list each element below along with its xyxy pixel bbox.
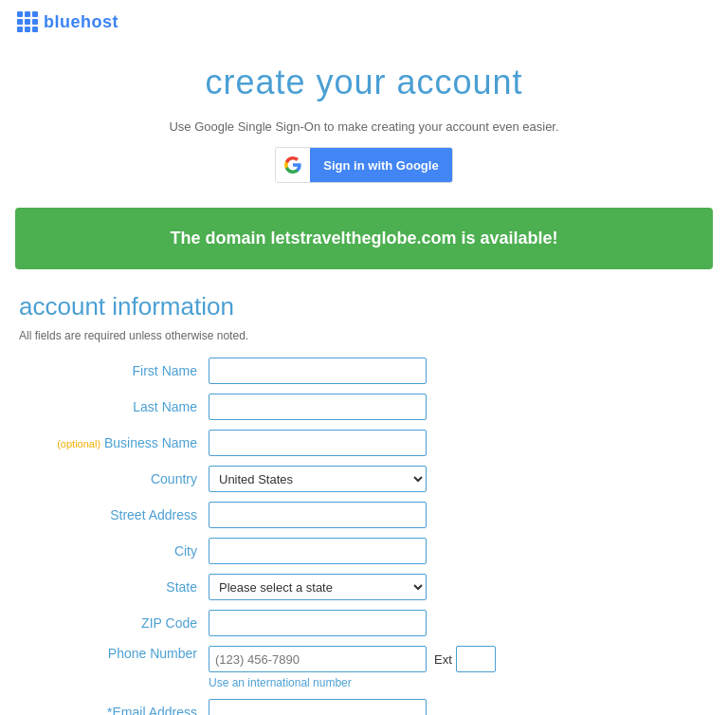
account-info-title: account information: [19, 292, 709, 321]
last-name-input[interactable]: [209, 394, 427, 420]
ext-label: Ext: [434, 652, 452, 667]
last-name-label: Last Name: [19, 399, 209, 414]
ext-input[interactable]: [456, 646, 496, 672]
optional-tag: (optional): [57, 438, 100, 449]
page-title: create your account: [0, 63, 728, 102]
zip-code-label: ZIP Code: [19, 615, 209, 631]
last-name-row: Last Name: [19, 394, 709, 420]
first-name-label: First Name: [19, 363, 209, 378]
first-name-row: First Name: [19, 358, 709, 384]
phone-number-label: Phone Number: [19, 646, 209, 661]
city-row: City: [19, 538, 709, 564]
bluehost-logo-text: bluehost: [44, 12, 118, 32]
google-signin-label: Sign in with Google: [310, 148, 451, 182]
google-signin-button[interactable]: Sign in with Google: [275, 147, 452, 183]
bluehost-logo-grid: [17, 11, 38, 32]
state-label: State: [19, 579, 209, 595]
domain-available-banner: The domain letstraveltheglobe.com is ava…: [15, 208, 713, 269]
city-input[interactable]: [209, 538, 427, 564]
business-name-row: (optional) Business Name: [19, 430, 709, 456]
street-address-label: Street Address: [19, 507, 209, 522]
title-section: create your account Use Google Single Si…: [0, 44, 728, 198]
google-icon: [276, 148, 310, 182]
required-fields-note: All fields are required unless otherwise…: [19, 329, 709, 342]
city-label: City: [19, 543, 209, 559]
account-info-section: account information All fields are requi…: [0, 292, 728, 715]
header: bluehost: [0, 0, 728, 44]
phone-input-wrap: Ext Use an international number: [209, 646, 496, 689]
street-address-input[interactable]: [209, 502, 427, 528]
business-name-input[interactable]: [209, 430, 427, 456]
business-name-label: (optional) Business Name: [19, 435, 209, 450]
google-sso-description: Use Google Single Sign-On to make creati…: [0, 119, 728, 134]
zip-code-row: ZIP Code: [19, 610, 709, 636]
phone-number-row: Phone Number Ext Use an international nu…: [19, 646, 709, 689]
country-row: Country United States Canada United King…: [19, 466, 709, 492]
first-name-input[interactable]: [209, 358, 427, 384]
state-row: State Please select a state Alabama Alas…: [19, 574, 709, 600]
ext-wrap: Ext: [434, 646, 496, 672]
phone-number-input[interactable]: [209, 646, 427, 672]
email-address-row: *Email Address: [19, 699, 709, 715]
state-select[interactable]: Please select a state Alabama Alaska Ari…: [209, 574, 427, 600]
country-label: Country: [19, 471, 209, 486]
international-number-link[interactable]: Use an international number: [209, 676, 496, 689]
email-address-input[interactable]: [209, 699, 427, 715]
domain-banner-text: The domain letstraveltheglobe.com is ava…: [170, 229, 557, 248]
zip-code-input[interactable]: [209, 610, 427, 636]
street-address-row: Street Address: [19, 502, 709, 528]
country-select[interactable]: United States Canada United Kingdom Aust…: [209, 466, 427, 492]
email-address-label: *Email Address: [19, 705, 209, 715]
